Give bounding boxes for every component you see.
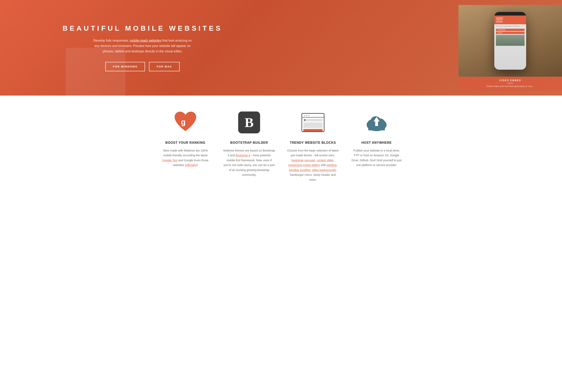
feature-boost-ranking: g BOOST YOUR RANKING Sites made with Mob…: [153, 109, 217, 182]
lightbox-link[interactable]: lightbox: [327, 163, 337, 167]
trendy-blocks-title: TRENDY WEBSITE BLOCKS: [290, 141, 336, 145]
content-slider-link[interactable]: content slider: [317, 159, 334, 162]
feature-host-anywhere: HOST ANYWHERE Publish your website to a …: [345, 109, 409, 182]
bootstrap-builder-desc: Mobirise themes are based on Bootstrap 3…: [223, 148, 275, 177]
phone-screen-header: MOBIRISE WEBSITE BUILDER: [494, 15, 526, 24]
bootstrap-builder-title: BOOTSTRAP BUILDER: [230, 141, 268, 145]
browser-block-tall: [303, 122, 323, 128]
bootstrap-desc-middle: - most powerful mobile first framework. …: [223, 154, 275, 176]
trendy-desc-mid2: with: [320, 163, 327, 167]
parallax-link[interactable]: parallax scrolling: [289, 168, 310, 172]
hero-description: Develop fully responsive, mobile-ready w…: [91, 38, 194, 54]
phone-mockup: MOBIRISE WEBSITE BUILDER Create awesome …: [494, 12, 526, 70]
browser-dot-1: [304, 115, 305, 116]
mac-button[interactable]: FOR MAC: [149, 62, 180, 71]
officially-link[interactable]: officially: [186, 163, 196, 167]
boost-ranking-icon-wrap: g: [173, 109, 198, 135]
feature-trendy-blocks: TRENDY WEBSITE BLOCKS Choose from the la…: [281, 109, 345, 182]
bootstrap-icon-wrap: B: [236, 109, 262, 135]
phone-screen-body: Create awesome no-code websites. No codi…: [494, 24, 526, 28]
heart-google-icon: g: [173, 109, 198, 135]
hero-desc-prefix: Develop fully responsive,: [94, 39, 130, 42]
video-embed-label: VIDEO EMBED: [499, 79, 521, 82]
bootstrap-b-icon: B: [238, 112, 260, 133]
phone-title-line1: MOBIRISE: [496, 17, 524, 19]
google-test-link[interactable]: Google Test: [162, 159, 178, 162]
responsive-gallery-link[interactable]: responsive image gallery: [288, 163, 320, 167]
trendy-blocks-desc: Choose from the large selection of lates…: [287, 148, 339, 182]
hero-title: BEAUTIFUL MOBILE WEBSITES: [20, 24, 265, 32]
phone-screen: MOBIRISE WEBSITE BUILDER Create awesome …: [494, 15, 526, 70]
phone-btn-mac: FOR MAC: [496, 32, 525, 34]
host-anywhere-desc: Publish your website to a local drive, F…: [351, 148, 402, 168]
host-anywhere-title: HOST ANYWHERE: [362, 141, 392, 145]
bootstrap-carousel-link[interactable]: bootstrap carousel: [291, 159, 315, 162]
hero-image-col: MOBIRISE WEBSITE BUILDER Create awesome …: [281, 5, 562, 90]
boost-desc-plain: Sites made with Mobirise are 100% mobile…: [163, 149, 208, 157]
trendy-desc-plain: Choose from the large selection of lates…: [287, 149, 339, 157]
boost-ranking-title: BOOST YOUR RANKING: [165, 141, 206, 145]
video-line-decoration: [507, 83, 513, 83]
browser-dot-2: [306, 115, 307, 116]
hero-desc-link[interactable]: mobile-ready websites: [130, 39, 161, 42]
hero-buttons: FOR WINDOWS FOR MAC: [20, 62, 265, 71]
boost-ranking-desc: Sites made with Mobirise are 100% mobile…: [160, 148, 211, 168]
phone-title-line3: BUILDER: [496, 21, 524, 23]
windows-button[interactable]: FOR WINDOWS: [105, 62, 145, 71]
svg-text:g: g: [181, 118, 186, 126]
host-anywhere-icon-wrap: [364, 109, 389, 135]
feature-bootstrap-builder: B BOOTSTRAP BUILDER Mobirise themes are …: [217, 109, 281, 182]
boost-desc-end: )!: [196, 163, 198, 167]
browser-blocks-icon: [302, 113, 324, 132]
hero-phone-image: MOBIRISE WEBSITE BUILDER Create awesome …: [458, 5, 562, 77]
cloud-upload-icon: [365, 113, 388, 132]
trendy-blocks-icon-wrap: [300, 109, 326, 135]
features-section: g BOOST YOUR RANKING Sites made with Mob…: [0, 96, 562, 198]
video-description: Online video and YouTube particularly is…: [487, 85, 534, 88]
browser-block-orange: [303, 129, 323, 132]
browser-dot-3: [308, 115, 309, 116]
bootstrap4-link[interactable]: Bootstrap 4: [235, 154, 250, 157]
phone-btn-windows: FOR WINDOWS: [496, 29, 525, 31]
video-bg-link[interactable]: video backgrounds: [312, 168, 336, 172]
browser-content: [302, 117, 324, 132]
hero-video-strip: VIDEO EMBED Online video and YouTube par…: [458, 77, 562, 90]
hero-section: BEAUTIFUL MOBILE WEBSITES Develop fully …: [0, 0, 562, 96]
browser-nav-bar: [303, 119, 323, 121]
phone-image-area: [496, 35, 525, 46]
phone-title-line2: WEBSITE: [496, 19, 524, 21]
browser-dots: [302, 114, 324, 117]
hero-text-col: BEAUTIFUL MOBILE WEBSITES Develop fully …: [0, 12, 281, 83]
